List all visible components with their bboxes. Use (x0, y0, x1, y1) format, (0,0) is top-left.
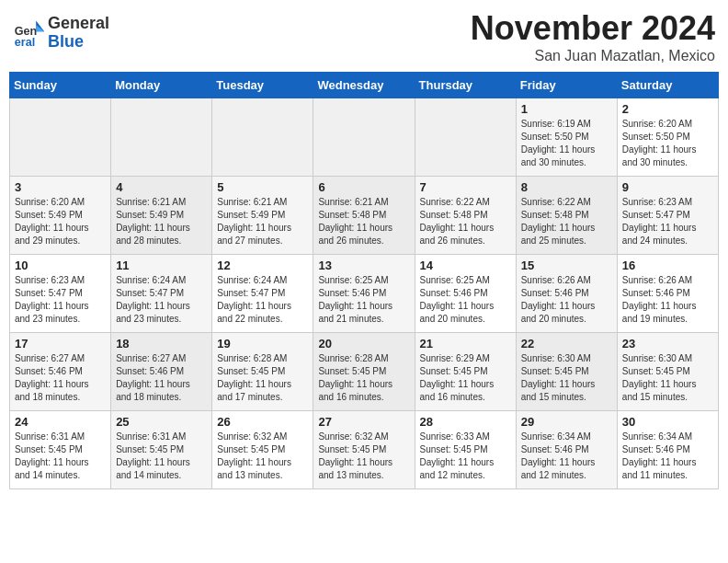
day-info: Sunrise: 6:20 AMSunset: 5:50 PMDaylight:… (622, 118, 713, 169)
month-title: November 2024 (471, 9, 715, 48)
calendar-week-row: 1Sunrise: 6:19 AMSunset: 5:50 PMDaylight… (10, 98, 719, 177)
col-header-sunday: Sunday (10, 73, 111, 98)
day-number: 22 (521, 337, 612, 350)
calendar-cell: 1Sunrise: 6:19 AMSunset: 5:50 PMDaylight… (516, 98, 617, 177)
day-number: 26 (217, 415, 308, 429)
day-number: 27 (318, 415, 409, 429)
day-info: Sunrise: 6:25 AMSunset: 5:46 PMDaylight:… (420, 274, 511, 326)
day-number: 18 (116, 337, 207, 350)
calendar-cell (415, 98, 516, 177)
day-info: Sunrise: 6:31 AMSunset: 5:45 PMDaylight:… (116, 431, 207, 482)
calendar-cell: 6Sunrise: 6:21 AMSunset: 5:48 PMDaylight… (313, 177, 415, 255)
day-number: 9 (622, 180, 713, 194)
day-number: 28 (420, 415, 511, 429)
day-number: 14 (420, 259, 511, 272)
day-info: Sunrise: 6:19 AMSunset: 5:50 PMDaylight:… (521, 118, 612, 169)
col-header-monday: Monday (111, 73, 212, 98)
day-info: Sunrise: 6:28 AMSunset: 5:45 PMDaylight:… (318, 352, 409, 404)
day-number: 1 (521, 102, 612, 116)
day-info: Sunrise: 6:32 AMSunset: 5:45 PMDaylight:… (217, 431, 308, 482)
calendar-cell: 4Sunrise: 6:21 AMSunset: 5:49 PMDaylight… (111, 177, 212, 255)
col-header-thursday: Thursday (415, 73, 516, 98)
day-number: 15 (521, 259, 612, 272)
calendar-cell: 30Sunrise: 6:34 AMSunset: 5:46 PMDayligh… (617, 411, 718, 489)
day-info: Sunrise: 6:26 AMSunset: 5:46 PMDaylight:… (622, 274, 713, 326)
calendar-cell (111, 98, 212, 177)
calendar-cell: 5Sunrise: 6:21 AMSunset: 5:49 PMDaylight… (212, 177, 313, 255)
calendar-cell: 23Sunrise: 6:30 AMSunset: 5:45 PMDayligh… (617, 333, 718, 411)
title-block: November 2024 San Juan Mazatlan, Mexico (471, 9, 715, 64)
calendar-week-row: 24Sunrise: 6:31 AMSunset: 5:45 PMDayligh… (10, 411, 719, 489)
day-number: 23 (622, 337, 713, 350)
day-info: Sunrise: 6:22 AMSunset: 5:48 PMDaylight:… (521, 196, 612, 247)
calendar-cell: 28Sunrise: 6:33 AMSunset: 5:45 PMDayligh… (415, 411, 516, 489)
day-info: Sunrise: 6:22 AMSunset: 5:48 PMDaylight:… (420, 196, 511, 247)
calendar-cell: 16Sunrise: 6:26 AMSunset: 5:46 PMDayligh… (617, 255, 718, 333)
day-number: 2 (622, 102, 713, 116)
calendar-cell: 12Sunrise: 6:24 AMSunset: 5:47 PMDayligh… (212, 255, 313, 333)
calendar-week-row: 10Sunrise: 6:23 AMSunset: 5:47 PMDayligh… (10, 255, 719, 333)
day-number: 4 (116, 180, 207, 194)
day-number: 3 (15, 180, 106, 194)
calendar-cell (10, 98, 111, 177)
calendar-cell: 9Sunrise: 6:23 AMSunset: 5:47 PMDaylight… (617, 177, 718, 255)
day-number: 13 (318, 259, 409, 272)
day-info: Sunrise: 6:20 AMSunset: 5:49 PMDaylight:… (15, 196, 106, 247)
calendar-cell: 13Sunrise: 6:25 AMSunset: 5:46 PMDayligh… (313, 255, 415, 333)
day-info: Sunrise: 6:23 AMSunset: 5:47 PMDaylight:… (622, 196, 713, 247)
calendar-cell: 14Sunrise: 6:25 AMSunset: 5:46 PMDayligh… (415, 255, 516, 333)
logo-line2: Blue (48, 33, 109, 52)
day-number: 19 (217, 337, 308, 350)
logo: Gen eral General Blue (13, 15, 109, 52)
day-info: Sunrise: 6:27 AMSunset: 5:46 PMDaylight:… (116, 352, 207, 404)
day-info: Sunrise: 6:21 AMSunset: 5:49 PMDaylight:… (217, 196, 308, 247)
calendar-cell (313, 98, 415, 177)
day-number: 21 (420, 337, 511, 350)
day-number: 17 (15, 337, 106, 350)
day-number: 8 (521, 180, 612, 194)
calendar-cell: 27Sunrise: 6:32 AMSunset: 5:45 PMDayligh… (313, 411, 415, 489)
day-number: 11 (116, 259, 207, 272)
day-info: Sunrise: 6:32 AMSunset: 5:45 PMDaylight:… (318, 431, 409, 482)
day-info: Sunrise: 6:25 AMSunset: 5:46 PMDaylight:… (318, 274, 409, 326)
day-info: Sunrise: 6:24 AMSunset: 5:47 PMDaylight:… (116, 274, 207, 326)
calendar-week-row: 3Sunrise: 6:20 AMSunset: 5:49 PMDaylight… (10, 177, 719, 255)
calendar-cell: 20Sunrise: 6:28 AMSunset: 5:45 PMDayligh… (313, 333, 415, 411)
calendar-header-row: SundayMondayTuesdayWednesdayThursdayFrid… (10, 73, 719, 98)
calendar-cell: 21Sunrise: 6:29 AMSunset: 5:45 PMDayligh… (415, 333, 516, 411)
day-info: Sunrise: 6:21 AMSunset: 5:49 PMDaylight:… (116, 196, 207, 247)
calendar-cell (212, 98, 313, 177)
calendar-cell: 18Sunrise: 6:27 AMSunset: 5:46 PMDayligh… (111, 333, 212, 411)
calendar-cell: 2Sunrise: 6:20 AMSunset: 5:50 PMDaylight… (617, 98, 718, 177)
day-number: 5 (217, 180, 308, 194)
day-info: Sunrise: 6:23 AMSunset: 5:47 PMDaylight:… (15, 274, 106, 326)
day-info: Sunrise: 6:28 AMSunset: 5:45 PMDaylight:… (217, 352, 308, 404)
calendar-cell: 8Sunrise: 6:22 AMSunset: 5:48 PMDaylight… (516, 177, 617, 255)
calendar-cell: 15Sunrise: 6:26 AMSunset: 5:46 PMDayligh… (516, 255, 617, 333)
logo-icon: Gen eral (13, 17, 46, 50)
calendar-cell: 17Sunrise: 6:27 AMSunset: 5:46 PMDayligh… (10, 333, 111, 411)
calendar-cell: 7Sunrise: 6:22 AMSunset: 5:48 PMDaylight… (415, 177, 516, 255)
day-number: 24 (15, 415, 106, 429)
logo-line1: General (48, 15, 109, 33)
col-header-friday: Friday (516, 73, 617, 98)
day-number: 30 (622, 415, 713, 429)
day-number: 6 (318, 180, 409, 194)
day-info: Sunrise: 6:33 AMSunset: 5:45 PMDaylight:… (420, 431, 511, 482)
col-header-tuesday: Tuesday (212, 73, 313, 98)
day-info: Sunrise: 6:30 AMSunset: 5:45 PMDaylight:… (622, 352, 713, 404)
calendar-cell: 19Sunrise: 6:28 AMSunset: 5:45 PMDayligh… (212, 333, 313, 411)
day-info: Sunrise: 6:21 AMSunset: 5:48 PMDaylight:… (318, 196, 409, 247)
calendar-cell: 11Sunrise: 6:24 AMSunset: 5:47 PMDayligh… (111, 255, 212, 333)
day-number: 16 (622, 259, 713, 272)
day-number: 20 (318, 337, 409, 350)
calendar-cell: 25Sunrise: 6:31 AMSunset: 5:45 PMDayligh… (111, 411, 212, 489)
calendar-cell: 22Sunrise: 6:30 AMSunset: 5:45 PMDayligh… (516, 333, 617, 411)
calendar-table: SundayMondayTuesdayWednesdayThursdayFrid… (9, 72, 719, 489)
col-header-saturday: Saturday (617, 73, 718, 98)
day-info: Sunrise: 6:27 AMSunset: 5:46 PMDaylight:… (15, 352, 106, 404)
day-number: 25 (116, 415, 207, 429)
day-number: 7 (420, 180, 511, 194)
day-info: Sunrise: 6:30 AMSunset: 5:45 PMDaylight:… (521, 352, 612, 404)
day-info: Sunrise: 6:29 AMSunset: 5:45 PMDaylight:… (420, 352, 511, 404)
